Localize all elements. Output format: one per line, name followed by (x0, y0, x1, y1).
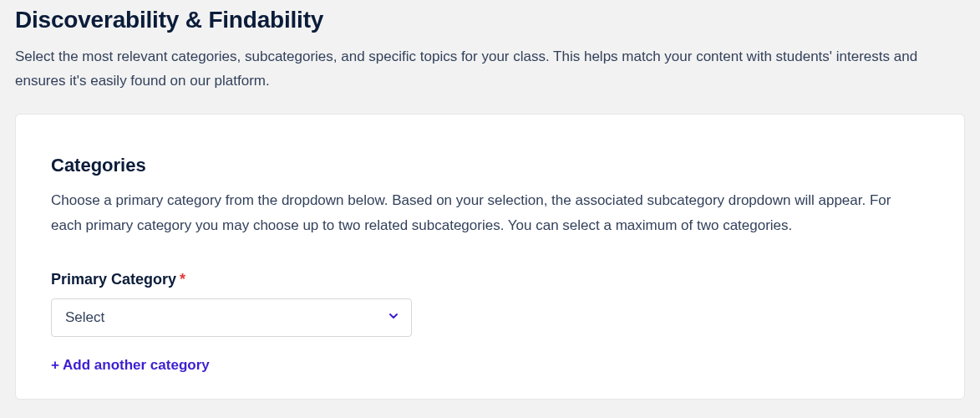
primary-category-select[interactable]: Select (51, 298, 412, 337)
add-category-link[interactable]: + Add another category (51, 357, 210, 374)
required-mark: * (180, 271, 185, 288)
page-title: Discoverability & Findability (15, 0, 965, 45)
categories-description: Choose a primary category from the dropd… (51, 188, 920, 238)
primary-category-select-wrap: Select (51, 298, 412, 337)
categories-card: Categories Choose a primary category fro… (15, 114, 965, 400)
primary-category-label-text: Primary Category (51, 271, 176, 288)
categories-title: Categories (51, 155, 929, 176)
page-description: Select the most relevant categories, sub… (15, 45, 959, 114)
primary-category-label: Primary Category * (51, 271, 929, 288)
primary-category-select-value: Select (65, 309, 104, 326)
